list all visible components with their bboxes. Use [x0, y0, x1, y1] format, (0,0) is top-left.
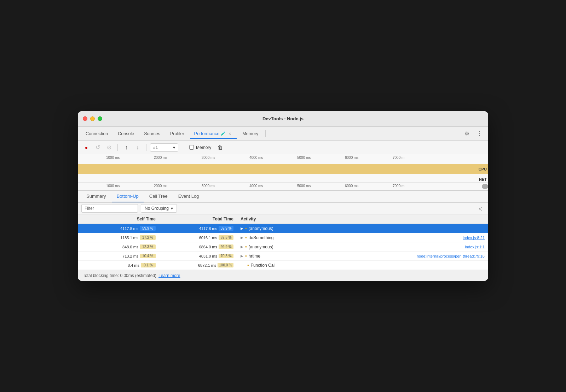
learn-more-link[interactable]: Learn more	[158, 273, 180, 278]
nav-separator	[265, 130, 266, 137]
timeline-ruler-bottom: 1000 ms 2000 ms 3000 ms 4000 ms 5000 ms …	[78, 183, 488, 190]
record-icon: ●	[85, 145, 88, 150]
net-row: NET	[78, 176, 488, 183]
settings-button[interactable]: ⚙	[462, 129, 472, 139]
cpu-label: CPU	[479, 167, 487, 171]
panel-icon: ◁	[479, 206, 482, 211]
dropdown-icon: ▾	[173, 145, 175, 150]
minimize-button[interactable]	[90, 116, 95, 121]
devtools-window: DevTools - Node.js Connection Console So…	[78, 111, 488, 281]
table-row[interactable]: 713.2 ms 10.4 % 4831.0 ms 70.3 % ▶ ▪ hrt…	[78, 252, 488, 261]
delete-button[interactable]: 🗑	[215, 143, 225, 152]
self-pct-badge: 12.3 %	[140, 244, 156, 249]
total-pct-badge: 59.9 %	[219, 226, 233, 231]
btick-2000: 2000 ms	[154, 184, 167, 188]
filter-bar: No Grouping ▾ ◁	[78, 203, 488, 214]
nav-actions: ⚙ ⋮	[462, 129, 485, 139]
more-button[interactable]: ⋮	[475, 129, 485, 139]
tab-bottom-up[interactable]: Bottom-Up	[112, 191, 144, 202]
tab-event-log[interactable]: Event Log	[173, 191, 204, 202]
nav-profiler[interactable]: Profiler	[166, 129, 189, 138]
activity-name: Function Call	[251, 263, 276, 268]
tick-7000: 7000 m	[393, 156, 404, 160]
nav-console[interactable]: Console	[114, 129, 138, 138]
btick-5000: 5000 ms	[297, 184, 311, 188]
activity-name: (anonymous)	[249, 244, 273, 249]
folder-icon: ▪	[245, 235, 247, 240]
toolbar-divider-1	[117, 144, 118, 151]
cpu-bar-row: CPU	[78, 162, 488, 176]
upload-button[interactable]: ↑	[121, 143, 131, 152]
reload-button[interactable]: ↺	[93, 143, 103, 152]
close-tab-icon[interactable]: ×	[227, 131, 232, 137]
total-time-cell: 6864.0 ms 99.9 %	[159, 242, 237, 252]
panel-toggle-button[interactable]: ◁	[476, 204, 485, 213]
tick-5000: 5000 ms	[297, 156, 311, 160]
timeline: 1000 ms 2000 ms 3000 ms 4000 ms 5000 ms …	[78, 154, 488, 191]
btick-1000: 1000 ms	[106, 184, 120, 188]
table-header-row: Self Time Total Time Activity	[78, 214, 488, 224]
btick-3000: 3000 ms	[202, 184, 215, 188]
grouping-select[interactable]: No Grouping ▾	[141, 204, 177, 213]
col-activity[interactable]: Activity	[237, 214, 488, 224]
title-bar: DevTools - Node.js	[78, 111, 488, 127]
nav-memory[interactable]: Memory	[238, 129, 262, 138]
memory-checkbox-input[interactable]	[189, 145, 194, 150]
self-pct-badge: 17.2 %	[140, 235, 156, 240]
more-icon: ⋮	[477, 130, 483, 137]
activity-cell: ▶ ▪ (anonymous) index.js:1:1	[237, 242, 488, 252]
gear-icon: ⚙	[464, 130, 469, 137]
profile-select[interactable]: #1 ▾	[150, 143, 178, 152]
self-time-cell: 8.4 ms 0.1 %	[78, 261, 159, 270]
filter-input[interactable]	[81, 204, 138, 213]
tab-call-tree[interactable]: Call Tree	[144, 191, 173, 202]
grouping-label: No Grouping	[145, 206, 169, 211]
table-row[interactable]: 4117.8 ms 59.9 % 4117.8 ms 59.9 % ▶ ▪ (a…	[78, 224, 488, 233]
upload-icon: ↑	[125, 144, 128, 151]
performance-table: Self Time Total Time Activity 4117.8 ms …	[78, 214, 488, 270]
maximize-button[interactable]	[98, 116, 102, 121]
activity-cell: ▶ ▪ doSomething index.js:8:21	[237, 233, 488, 242]
expand-icon[interactable]: ▶	[241, 245, 243, 249]
record-button[interactable]: ●	[81, 143, 91, 152]
activity-name: hrtime	[249, 254, 260, 259]
timeline-scrollbar[interactable]	[482, 184, 488, 189]
total-time-cell: 6016.1 ms 87.5 %	[159, 233, 237, 242]
tab-summary[interactable]: Summary	[81, 191, 111, 202]
folder-icon: ▪	[245, 244, 247, 249]
btick-4000: 4000 ms	[249, 184, 263, 188]
folder-icon: ▪	[245, 226, 247, 231]
nav-performance[interactable]: Performance 🧪 ×	[190, 128, 237, 139]
source-link[interactable]: index.js:8:21	[463, 236, 485, 240]
source-link[interactable]: index.js:1:1	[465, 245, 485, 249]
profile-label: #1	[153, 145, 158, 150]
expand-icon[interactable]: ▶	[241, 226, 243, 230]
col-total-time[interactable]: Total Time	[159, 214, 237, 224]
total-time-cell: 4117.8 ms 59.9 %	[159, 224, 237, 233]
table-row[interactable]: 8.4 ms 0.1 % 6872.1 ms 100.0 % ▪ Functio…	[78, 261, 488, 270]
self-time-cell: 848.0 ms 12.3 %	[78, 242, 159, 252]
expand-icon[interactable]: ▶	[241, 236, 243, 240]
status-bar: Total blocking time: 0.00ms (estimated) …	[78, 270, 488, 281]
self-time-cell: 4117.8 ms 59.9 %	[78, 224, 159, 233]
stop-button[interactable]: ⊘	[104, 143, 114, 152]
delete-icon: 🗑	[218, 144, 223, 151]
status-text: Total blocking time: 0.00ms (estimated)	[83, 273, 156, 278]
nav-sources[interactable]: Sources	[140, 129, 164, 138]
timeline-ruler-top: 1000 ms 2000 ms 3000 ms 4000 ms 5000 ms …	[78, 154, 488, 162]
memory-checkbox-container[interactable]: Memory	[189, 145, 211, 150]
nav-connection[interactable]: Connection	[81, 129, 112, 138]
table-row[interactable]: 1185.1 ms 17.2 % 6016.1 ms 87.5 % ▶ ▪ do…	[78, 233, 488, 242]
col-self-time[interactable]: Self Time	[78, 214, 159, 224]
toolbar: ● ↺ ⊘ ↑ ↓ #1 ▾ Memory 🗑	[78, 141, 488, 154]
table-row[interactable]: 848.0 ms 12.3 % 6864.0 ms 99.9 % ▶ ▪ (an…	[78, 242, 488, 252]
self-time-cell: 713.2 ms 10.4 %	[78, 252, 159, 261]
net-label: NET	[479, 177, 487, 181]
activity-name: doSomething	[249, 235, 274, 240]
total-time-cell: 4831.0 ms 70.3 %	[159, 252, 237, 261]
expand-icon[interactable]: ▶	[241, 254, 243, 258]
close-button[interactable]	[83, 116, 87, 121]
nav-bar: Connection Console Sources Profiler Perf…	[78, 127, 488, 141]
source-link[interactable]: node:internal/process/per_thread:79:16	[417, 254, 485, 258]
download-button[interactable]: ↓	[133, 143, 143, 152]
